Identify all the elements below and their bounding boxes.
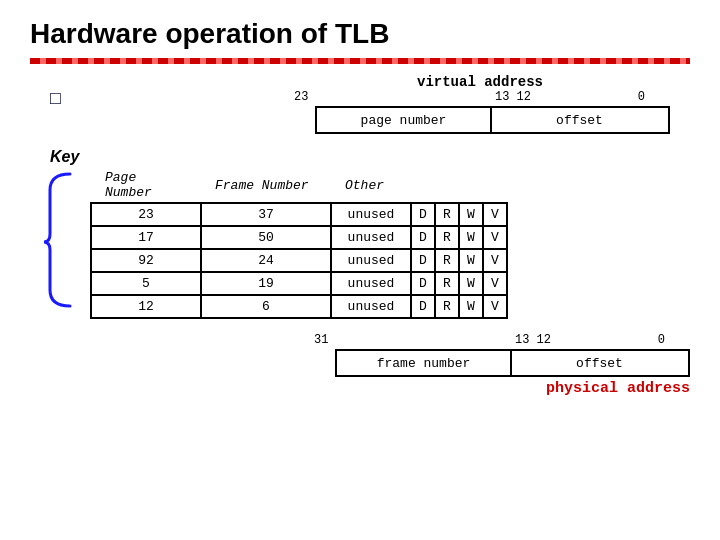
tlb-r-0: R	[435, 203, 459, 226]
va-num-right: 0	[557, 90, 647, 104]
tlb-v-2: V	[483, 249, 507, 272]
tlb-unused-4: unused	[331, 295, 411, 318]
tlb-w-2: W	[459, 249, 483, 272]
pa-frame-number-cell: frame number	[337, 351, 512, 375]
tlb-page-2: 92	[91, 249, 201, 272]
pa-num-right: 0	[577, 333, 667, 347]
tlb-unused-1: unused	[331, 226, 411, 249]
pa-box: frame number offset	[335, 349, 690, 377]
va-box: page number offset	[315, 106, 670, 134]
tlb-unused-3: unused	[331, 272, 411, 295]
pa-num-mid: 13 12	[489, 333, 577, 347]
tlb-unused-0: unused	[331, 203, 411, 226]
table-row: 92 24 unused D R W V	[91, 249, 507, 272]
th-other: Other	[331, 168, 507, 203]
tlb-d-0: D	[411, 203, 435, 226]
tlb-r-2: R	[435, 249, 459, 272]
table-row: 5 19 unused D R W V	[91, 272, 507, 295]
tlb-frame-0: 37	[201, 203, 331, 226]
tlb-page-3: 5	[91, 272, 201, 295]
va-offset-cell: offset	[492, 108, 667, 132]
tlb-page-0: 23	[91, 203, 201, 226]
tlb-page-4: 12	[91, 295, 201, 318]
table-row: 17 50 unused D R W V	[91, 226, 507, 249]
va-num-left: 23	[294, 90, 469, 104]
tlb-v-4: V	[483, 295, 507, 318]
pa-offset-cell: offset	[512, 351, 687, 375]
tlb-d-1: D	[411, 226, 435, 249]
key-brace-icon	[40, 170, 80, 310]
va-page-number-cell: page number	[317, 108, 492, 132]
tlb-v-1: V	[483, 226, 507, 249]
va-num-mid: 13 12	[469, 90, 557, 104]
tlb-w-3: W	[459, 272, 483, 295]
tlb-w-1: W	[459, 226, 483, 249]
tlb-frame-2: 24	[201, 249, 331, 272]
tlb-table: Page Number Frame Number Other 23 37 unu…	[90, 168, 508, 319]
page-title: Hardware operation of TLB	[0, 0, 720, 58]
th-frame-number: Frame Number	[201, 168, 331, 203]
tlb-w-0: W	[459, 203, 483, 226]
tlb-frame-4: 6	[201, 295, 331, 318]
tlb-unused-2: unused	[331, 249, 411, 272]
table-row: 23 37 unused D R W V	[91, 203, 507, 226]
tlb-r-3: R	[435, 272, 459, 295]
tlb-page-1: 17	[91, 226, 201, 249]
tlb-r-1: R	[435, 226, 459, 249]
tlb-d-4: D	[411, 295, 435, 318]
table-row: 12 6 unused D R W V	[91, 295, 507, 318]
key-label: Key	[50, 148, 79, 166]
tlb-d-2: D	[411, 249, 435, 272]
tlb-v-3: V	[483, 272, 507, 295]
virtual-address-label: virtual address	[290, 74, 670, 90]
physical-address-label: physical address	[546, 380, 690, 397]
bullet-point: □	[50, 88, 61, 108]
th-page-number: Page Number	[91, 168, 201, 203]
tlb-v-0: V	[483, 203, 507, 226]
tlb-r-4: R	[435, 295, 459, 318]
tlb-frame-3: 19	[201, 272, 331, 295]
pa-num-left: 31	[314, 333, 489, 347]
tlb-w-4: W	[459, 295, 483, 318]
tlb-d-3: D	[411, 272, 435, 295]
tlb-frame-1: 50	[201, 226, 331, 249]
